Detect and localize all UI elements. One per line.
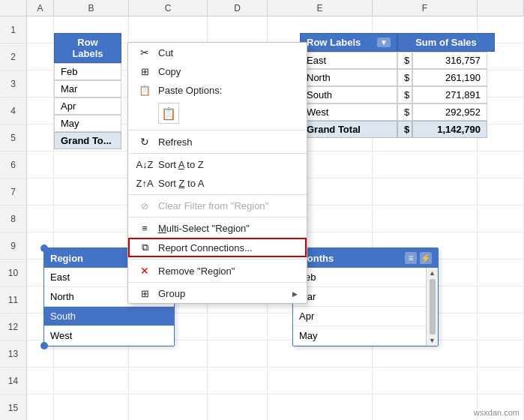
context-menu: ✂ Cut ⊞ Copy 📋 Paste Options: 📋 ↻ Refres… bbox=[127, 42, 307, 304]
row-num-12: 12 bbox=[0, 314, 27, 340]
pivot2-row-north-label[interactable]: North bbox=[300, 69, 397, 86]
paste-option-icon[interactable]: 📋 bbox=[158, 103, 179, 124]
menu-item-clear-filter[interactable]: ⊘ Clear Filter from "Region" bbox=[128, 196, 307, 215]
corner-cell bbox=[0, 0, 27, 16]
watermark: wsxdan.com bbox=[474, 408, 520, 417]
scroll-down-btn[interactable]: ▼ bbox=[429, 337, 436, 344]
pivot-table-2: Row Labels ▼ Sum of Sales East $ 316,757… bbox=[300, 33, 510, 138]
row-num-14: 14 bbox=[0, 368, 27, 394]
pivot1-row-mar[interactable]: Mar bbox=[54, 80, 121, 98]
pivot2-grand-label: Grand Total bbox=[300, 121, 397, 138]
pivot2-row-south-label[interactable]: South bbox=[300, 86, 397, 104]
report-connections-icon: ⧉ bbox=[137, 242, 152, 254]
menu-paste-label: Paste Options: bbox=[158, 85, 298, 96]
column-headers: A B C D E F bbox=[0, 0, 524, 16]
menu-group-label: Group bbox=[158, 288, 286, 299]
row-num-9: 9 bbox=[0, 232, 27, 259]
menu-item-cut[interactable]: ✂ Cut bbox=[128, 43, 307, 62]
pivot1-row-apr[interactable]: Apr bbox=[54, 98, 121, 115]
row-num-2: 2 bbox=[0, 44, 27, 70]
slicer-scrollbar[interactable]: ▲ ▼ bbox=[426, 268, 438, 346]
pivot1-row-may[interactable]: May bbox=[54, 115, 121, 132]
menu-sort-za-label: Sort Z to A bbox=[158, 178, 298, 189]
pivot2-row-east-cur: $ bbox=[397, 52, 412, 69]
slicer-months-filter-icon[interactable]: ≡ bbox=[405, 252, 417, 264]
pivot1-header-label: Row Labels bbox=[54, 33, 121, 63]
menu-cut-label: Cut bbox=[158, 47, 298, 58]
paste-options-row: 📋 bbox=[128, 100, 307, 128]
copy-icon: ⊞ bbox=[137, 66, 152, 77]
pivot2-row-west-cur: $ bbox=[397, 104, 412, 121]
slicer-region-title: Region bbox=[50, 253, 83, 264]
pivot2-grand-cur: $ bbox=[397, 121, 412, 138]
scroll-up-btn[interactable]: ▲ bbox=[429, 269, 436, 277]
pivot2-row-west-value: 292,952 bbox=[412, 104, 487, 121]
slicer-months-clear-icon[interactable]: ⚡ bbox=[420, 252, 432, 264]
menu-divider-1 bbox=[128, 130, 307, 130]
pivot1-grand-total: Grand To... bbox=[54, 132, 121, 149]
grid-row: 14 bbox=[0, 368, 524, 394]
menu-item-report-connections[interactable]: ⧉ Report Connections... bbox=[128, 238, 307, 257]
pivot2-header-label-text: Row Labels bbox=[307, 37, 361, 48]
menu-item-sort-za[interactable]: Z↑A Sort Z to A bbox=[128, 174, 307, 193]
menu-item-sort-az[interactable]: A↓Z Sort A to Z bbox=[128, 155, 307, 174]
slicer-months-header: Months ≡ ⚡ bbox=[293, 248, 438, 268]
row-num-1: 1 bbox=[0, 16, 27, 43]
menu-divider-6 bbox=[128, 282, 307, 283]
menu-clear-filter-label: Clear Filter from "Region" bbox=[158, 200, 298, 212]
col-header-f: F bbox=[373, 0, 478, 16]
cell-a2[interactable] bbox=[27, 44, 54, 70]
pivot2-header-value: Sum of Sales bbox=[397, 33, 495, 52]
row-num-15: 15 bbox=[0, 394, 27, 420]
pivot2-row-north-value: 261,190 bbox=[412, 69, 487, 86]
row-num-7: 7 bbox=[0, 178, 27, 205]
col-header-b: B bbox=[54, 0, 129, 16]
row-num-10: 10 bbox=[0, 260, 27, 286]
row-num-13: 13 bbox=[0, 340, 27, 367]
menu-item-group[interactable]: ⊞ Group bbox=[128, 284, 307, 303]
pivot2-row-east-label[interactable]: East bbox=[300, 52, 397, 69]
slicer-region-west[interactable]: West bbox=[44, 326, 174, 346]
cut-icon: ✂ bbox=[137, 46, 152, 58]
pivot2-row-south-value: 271,891 bbox=[412, 86, 487, 104]
cell-a1[interactable] bbox=[27, 16, 54, 43]
menu-item-refresh[interactable]: ↻ Refresh bbox=[128, 132, 307, 152]
paste-icon: 📋 bbox=[137, 85, 152, 96]
menu-divider-2 bbox=[128, 153, 307, 154]
pivot2-row-west-label[interactable]: West bbox=[300, 104, 397, 121]
filter-dropdown-icon[interactable]: ▼ bbox=[377, 38, 391, 47]
col-header-c: C bbox=[129, 0, 208, 16]
row-num-4: 4 bbox=[0, 98, 27, 124]
pivot1-row-feb[interactable]: Feb bbox=[54, 63, 121, 80]
menu-divider-4 bbox=[128, 217, 307, 218]
refresh-icon: ↻ bbox=[137, 136, 152, 148]
clear-filter-icon: ⊘ bbox=[137, 201, 152, 212]
menu-copy-label: Copy bbox=[158, 66, 298, 77]
slicer-months-body: Feb Mar Apr May ▲ ▼ bbox=[293, 268, 438, 346]
pivot2-row-east-value: 316,757 bbox=[412, 52, 487, 69]
slicer-handle-tl[interactable] bbox=[40, 244, 48, 252]
group-icon: ⊞ bbox=[137, 288, 152, 299]
menu-item-copy[interactable]: ⊞ Copy bbox=[128, 62, 307, 81]
slicer-months-mar[interactable]: Mar bbox=[293, 287, 438, 307]
pivot2-row-south-cur: $ bbox=[397, 86, 412, 104]
menu-item-remove[interactable]: ✕ Remove "Region" bbox=[128, 261, 307, 280]
slicer-months-icons: ≡ ⚡ bbox=[405, 252, 432, 264]
pivot2-header-label[interactable]: Row Labels ▼ bbox=[300, 33, 397, 52]
slicer-months-may[interactable]: May bbox=[293, 326, 438, 346]
row-num-5: 5 bbox=[0, 124, 27, 151]
slicer-region-south[interactable]: South bbox=[44, 307, 174, 326]
pivot2-row-north-cur: $ bbox=[397, 69, 412, 86]
slicer-months: Months ≡ ⚡ Feb Mar Apr May ▲ ▼ bbox=[292, 248, 439, 346]
col-header-extra bbox=[478, 0, 524, 16]
menu-item-multi-select[interactable]: ≡ Multi-Select "Region" bbox=[128, 219, 307, 238]
row-num-8: 8 bbox=[0, 206, 27, 232]
menu-multi-select-label: Multi-Select "Region" bbox=[158, 223, 298, 234]
menu-item-paste-label: 📋 Paste Options: bbox=[128, 81, 307, 100]
slicer-handle-bl[interactable] bbox=[40, 342, 48, 350]
sort-az-icon: A↓Z bbox=[137, 159, 152, 170]
slicer-months-feb[interactable]: Feb bbox=[293, 268, 438, 287]
menu-refresh-label: Refresh bbox=[158, 136, 298, 148]
cell-d1[interactable] bbox=[208, 16, 268, 43]
slicer-months-apr[interactable]: Apr bbox=[293, 307, 438, 326]
